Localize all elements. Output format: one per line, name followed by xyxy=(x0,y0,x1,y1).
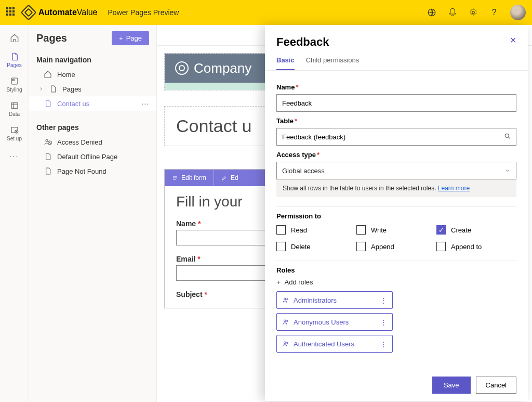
nav-home[interactable]: Home xyxy=(29,67,156,82)
permissions-panel: Feedback ✕ Basic Child permissions Name*… xyxy=(265,25,528,401)
pages-panel: Pages + Page Main navigation Home Pages … xyxy=(29,25,157,402)
nav-other-2[interactable]: Page Not Found xyxy=(29,164,156,178)
label-roles: Roles xyxy=(276,266,516,274)
brand-strong: Automate xyxy=(38,8,77,17)
rail-data[interactable]: Data xyxy=(0,97,29,121)
rail-styling-label: Styling xyxy=(0,87,29,93)
nav-item-more-icon[interactable]: ··· xyxy=(141,99,149,108)
nav-contact-us[interactable]: Contact us ··· xyxy=(29,96,156,111)
label-name: Name* xyxy=(276,83,516,91)
input-table[interactable] xyxy=(276,128,516,146)
brand-light: Value xyxy=(77,8,98,17)
access-info: Show all rows in the table to users in t… xyxy=(276,179,516,197)
pages-panel-title: Pages xyxy=(36,32,67,44)
plus-icon: + xyxy=(119,34,123,42)
svg-point-7 xyxy=(46,139,48,141)
learn-more-link[interactable]: Learn more xyxy=(438,185,470,192)
nav-pages-label: Pages xyxy=(62,85,82,93)
panel-footer: Save Cancel xyxy=(265,369,528,401)
help-icon[interactable]: ? xyxy=(489,8,499,17)
nav-home-label: Home xyxy=(57,71,75,79)
input-name[interactable] xyxy=(276,94,516,112)
role-more-icon[interactable]: ⋮ xyxy=(380,296,387,304)
globe-icon[interactable] xyxy=(427,8,436,17)
brand-subtitle: Power Pages Preview xyxy=(108,8,179,17)
rail-styling[interactable]: Styling xyxy=(0,72,29,97)
svg-point-12 xyxy=(284,320,286,322)
topbar: AutomateValue Power Pages Preview ? xyxy=(0,0,532,25)
rail-home[interactable] xyxy=(0,29,29,48)
add-roles-button[interactable]: + Add roles xyxy=(276,278,516,286)
nav-other-0-label: Access Denied xyxy=(57,138,102,146)
label-permission-to: Permission to xyxy=(276,212,516,220)
add-page-label: Page xyxy=(126,34,142,42)
perm-delete[interactable]: Delete xyxy=(276,242,356,251)
other-pages-heading: Other pages xyxy=(29,118,156,135)
rail-data-label: Data xyxy=(0,111,29,117)
nav-other-0[interactable]: Access Denied xyxy=(29,135,156,149)
site-logo-icon xyxy=(175,61,189,75)
svg-point-15 xyxy=(287,342,288,343)
role-pill-1[interactable]: Anonymous Users⋮ xyxy=(276,313,393,331)
site-title: Company xyxy=(194,60,251,76)
svg-point-11 xyxy=(287,299,288,300)
main-nav-heading: Main navigation xyxy=(29,50,156,67)
topbar-actions: ? xyxy=(427,5,526,20)
svg-rect-3 xyxy=(12,79,14,81)
svg-point-14 xyxy=(284,342,286,344)
rail-pages[interactable]: Pages xyxy=(0,48,29,72)
tab-basic[interactable]: Basic xyxy=(276,53,295,70)
save-button[interactable]: Save xyxy=(432,377,471,394)
bell-icon[interactable] xyxy=(448,8,457,17)
rail-pages-label: Pages xyxy=(0,62,29,68)
perm-write[interactable]: Write xyxy=(356,225,436,235)
svg-point-1 xyxy=(472,11,475,14)
person-icon xyxy=(282,318,289,326)
select-access-type[interactable]: Global access xyxy=(276,162,516,179)
rail-setup-label: Set up xyxy=(0,136,29,141)
rail-setup[interactable]: Set up xyxy=(0,121,29,146)
svg-point-13 xyxy=(287,320,288,321)
cancel-button[interactable]: Cancel xyxy=(476,377,516,394)
add-page-button[interactable]: + Page xyxy=(112,31,149,45)
brand: AutomateValue xyxy=(23,7,98,18)
rail-more[interactable]: ··· xyxy=(0,148,29,164)
svg-rect-4 xyxy=(11,103,18,109)
tab-child-permissions[interactable]: Child permissions xyxy=(306,53,360,70)
app-launcher-icon[interactable] xyxy=(6,7,17,18)
edit-button-2[interactable]: Ed xyxy=(214,170,246,186)
avatar[interactable] xyxy=(510,5,526,20)
gear-icon[interactable] xyxy=(469,8,478,17)
label-table: Table* xyxy=(276,117,516,125)
panel-tabs: Basic Child permissions xyxy=(265,53,528,71)
panel-title: Feedback xyxy=(276,35,329,49)
nav-other-1-label: Default Offline Page xyxy=(57,153,117,161)
nav-pages[interactable]: Pages xyxy=(29,82,156,96)
left-rail: Pages Styling Data Set up ··· xyxy=(0,25,29,402)
person-icon xyxy=(282,296,289,304)
svg-point-9 xyxy=(505,134,509,137)
nav-other-1[interactable]: Default Offline Page xyxy=(29,149,156,164)
role-pill-0[interactable]: Administrators⋮ xyxy=(276,291,393,309)
role-more-icon[interactable]: ⋮ xyxy=(380,318,387,326)
plus-icon: + xyxy=(276,278,281,286)
chevron-down-icon xyxy=(504,167,511,174)
brand-logo-icon xyxy=(20,4,36,20)
select-access-value: Global access xyxy=(282,167,325,175)
perm-create[interactable]: ✓Create xyxy=(436,225,516,235)
search-icon[interactable] xyxy=(504,133,511,140)
nav-contact-label: Contact us xyxy=(57,100,89,108)
person-icon xyxy=(282,340,289,347)
label-access: Access type* xyxy=(276,151,516,159)
close-icon[interactable]: ✕ xyxy=(510,35,516,45)
permission-grid: Read Write ✓Create Delete Append Append … xyxy=(276,225,516,251)
svg-point-10 xyxy=(284,298,286,300)
perm-read[interactable]: Read xyxy=(276,225,356,235)
nav-other-2-label: Page Not Found xyxy=(57,167,107,175)
perm-append-to[interactable]: Append to xyxy=(436,242,516,251)
role-more-icon[interactable]: ⋮ xyxy=(380,340,387,348)
edit-form-button[interactable]: Edit form xyxy=(165,170,214,186)
role-pill-2[interactable]: Authenticated Users⋮ xyxy=(276,335,393,353)
perm-append[interactable]: Append xyxy=(356,242,436,251)
